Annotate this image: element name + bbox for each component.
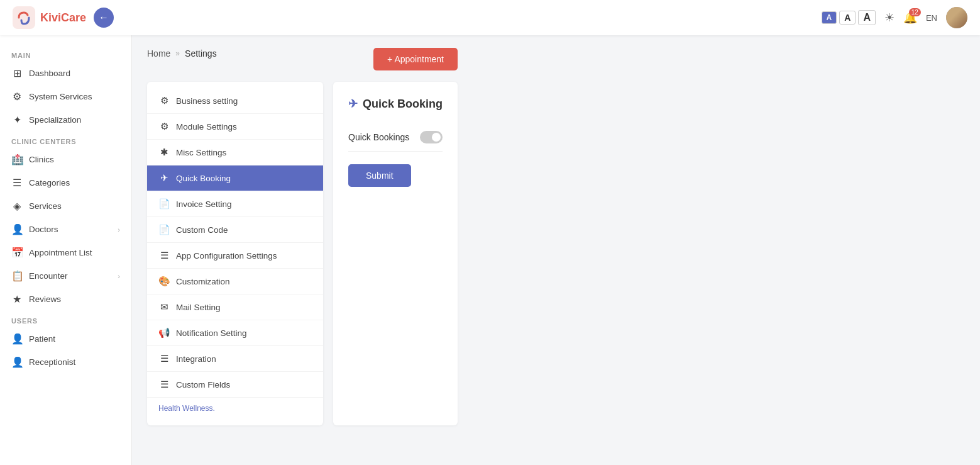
custom-code-icon: 📄 (158, 224, 170, 235)
sidebar-item-services[interactable]: ◈ Services (0, 194, 131, 218)
settings-nav-invoice[interactable]: 📄 Invoice Setting (147, 191, 323, 217)
module-settings-icon: ⚙ (158, 121, 170, 132)
settings-nav-integration-label: Integration (176, 354, 216, 364)
settings-nav-misc-label: Misc Settings (176, 148, 226, 157)
settings-nav-business-label: Business setting (176, 96, 238, 106)
logo: KiviCare (13, 6, 86, 29)
sidebar-item-patient[interactable]: 👤 Patient (0, 327, 131, 350)
app-header: KiviCare ← A A A ☀ 🔔 12 EN (0, 0, 980, 35)
sidebar-label-dashboard: Dashboard (29, 69, 70, 78)
quick-bookings-toggle[interactable] (420, 131, 443, 143)
main-layout: MAIN ⊞ Dashboard ⚙ System Services ✦ Spe… (0, 35, 980, 465)
settings-content-panel: ✈ Quick Booking Quick Bookings Submit (333, 82, 458, 425)
settings-nav-customization[interactable]: 🎨 Customization (147, 269, 323, 294)
settings-nav-footer[interactable]: Health Wellness. (147, 398, 323, 419)
sidebar-label-clinics: Clinics (29, 155, 54, 164)
breadcrumb-home[interactable]: Home (147, 48, 170, 59)
encounter-icon: 📋 (11, 270, 23, 282)
sidebar-item-dashboard[interactable]: ⊞ Dashboard (0, 62, 131, 85)
doctors-icon: 👤 (11, 223, 23, 235)
content-title-text: Quick Booking (363, 98, 443, 111)
breadcrumb-separator: » (175, 49, 180, 58)
settings-nav-notification[interactable]: 📢 Notification Setting (147, 320, 323, 346)
settings-nav-quick-booking[interactable]: ✈ Quick Booking (147, 165, 323, 191)
avatar-image (946, 7, 967, 28)
sidebar-label-encounter: Encounter (29, 271, 68, 281)
settings-nav-misc[interactable]: ✱ Misc Settings (147, 140, 323, 165)
sun-icon[interactable]: ☀ (884, 11, 895, 25)
sidebar-label-specialization: Specialization (29, 115, 81, 125)
customization-icon: 🎨 (158, 276, 170, 287)
settings-nav-custom-fields-label: Custom Fields (176, 380, 230, 389)
sidebar-label-system-services: System Services (29, 92, 92, 101)
sidebar-item-appointment-list[interactable]: 📅 Appointment List (0, 241, 131, 264)
sidebar: MAIN ⊞ Dashboard ⚙ System Services ✦ Spe… (0, 35, 132, 465)
business-setting-icon: ⚙ (158, 95, 170, 106)
invoice-setting-icon: 📄 (158, 198, 170, 210)
notification-bell[interactable]: 🔔 12 (903, 11, 917, 25)
dashboard-icon: ⊞ (11, 67, 23, 79)
sidebar-item-clinics[interactable]: 🏥 Clinics (0, 148, 131, 171)
font-small-button[interactable]: A (822, 11, 837, 24)
app-config-icon: ☰ (158, 250, 170, 261)
sidebar-label-patient: Patient (29, 334, 55, 344)
sidebar-item-categories[interactable]: ☰ Categories (0, 171, 131, 194)
settings-nav-module[interactable]: ⚙ Module Settings (147, 114, 323, 140)
settings-nav-panel: ⚙ Business setting ⚙ Module Settings ✱ M… (147, 82, 323, 425)
settings-nav-custom-code-label: Custom Code (176, 225, 228, 235)
doctors-chevron-icon: › (118, 226, 120, 233)
header-right: A A A ☀ 🔔 12 EN (822, 7, 967, 28)
sidebar-label-services: Services (29, 201, 62, 211)
custom-fields-icon: ☰ (158, 379, 170, 390)
settings-nav-mail-label: Mail Setting (176, 303, 221, 312)
sidebar-item-specialization[interactable]: ✦ Specialization (0, 108, 131, 132)
back-button[interactable]: ← (94, 8, 114, 28)
system-services-icon: ⚙ (11, 91, 23, 103)
quick-bookings-row: Quick Bookings (348, 123, 443, 152)
settings-layout: ⚙ Business setting ⚙ Module Settings ✱ M… (147, 82, 458, 425)
logo-text: KiviCare (40, 11, 86, 25)
font-mid-button[interactable]: A (839, 11, 856, 25)
logo-icon (13, 6, 35, 29)
language-selector[interactable]: EN (926, 13, 937, 23)
header-left: KiviCare ← (13, 6, 114, 29)
sidebar-item-encounter[interactable]: 📋 Encounter › (0, 264, 131, 288)
sidebar-item-reviews[interactable]: ★ Reviews (0, 288, 131, 311)
services-icon: ◈ (11, 200, 23, 212)
settings-nav-business[interactable]: ⚙ Business setting (147, 88, 323, 114)
appointment-list-icon: 📅 (11, 247, 23, 259)
specialization-icon: ✦ (11, 114, 23, 126)
breadcrumb-current: Settings (185, 48, 217, 59)
sidebar-section-main: MAIN (0, 45, 131, 62)
settings-nav-app-config[interactable]: ☰ App Configuration Settings (147, 243, 323, 269)
user-avatar[interactable] (946, 7, 967, 28)
sidebar-label-receptionist: Receptionist (29, 357, 75, 367)
settings-nav-custom-code[interactable]: 📄 Custom Code (147, 217, 323, 243)
settings-nav-quick-booking-label: Quick Booking (176, 174, 231, 183)
content-title: ✈ Quick Booking (348, 97, 443, 111)
breadcrumb: Home » Settings (147, 48, 217, 59)
quick-booking-icon: ✈ (158, 172, 170, 184)
sidebar-section-clinic: CLINIC CENTERS (0, 132, 131, 148)
main-content: Home » Settings + Appointment ⚙ Business… (132, 35, 473, 465)
settings-nav-integration[interactable]: ☰ Integration (147, 346, 323, 372)
sidebar-label-doctors: Doctors (29, 225, 58, 234)
mail-setting-icon: ✉ (158, 301, 170, 313)
notification-setting-icon: 📢 (158, 327, 170, 339)
appointment-button[interactable]: + Appointment (373, 48, 458, 70)
settings-nav-custom-fields[interactable]: ☰ Custom Fields (147, 372, 323, 398)
settings-nav-customization-label: Customization (176, 277, 230, 286)
sidebar-label-categories: Categories (29, 178, 70, 188)
content-title-icon: ✈ (348, 97, 358, 111)
font-large-button[interactable]: A (858, 10, 876, 25)
submit-button[interactable]: Submit (348, 164, 411, 187)
settings-nav-module-label: Module Settings (176, 122, 237, 132)
sidebar-item-receptionist[interactable]: 👤 Receptionist (0, 350, 131, 374)
misc-settings-icon: ✱ (158, 147, 170, 158)
receptionist-icon: 👤 (11, 356, 23, 368)
sidebar-item-system-services[interactable]: ⚙ System Services (0, 85, 131, 108)
patient-icon: 👤 (11, 333, 23, 345)
settings-nav-mail[interactable]: ✉ Mail Setting (147, 294, 323, 320)
sidebar-item-doctors[interactable]: 👤 Doctors › (0, 218, 131, 241)
font-size-controls: A A A (822, 10, 876, 25)
